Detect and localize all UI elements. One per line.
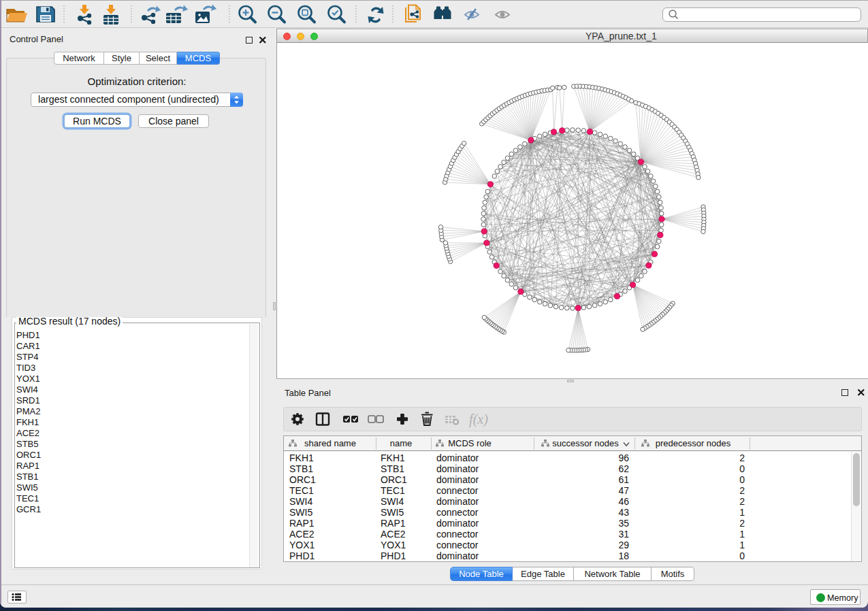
svg-text:f(x): f(x)	[469, 412, 488, 427]
